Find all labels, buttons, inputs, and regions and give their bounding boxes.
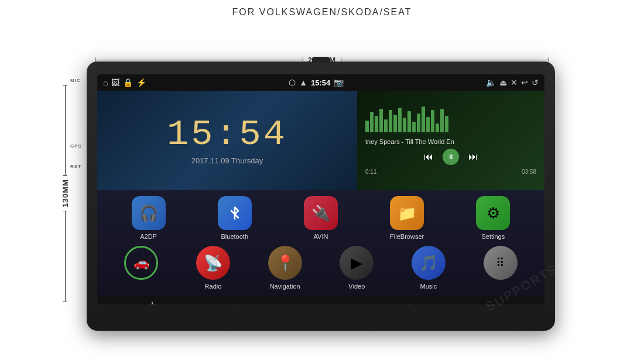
screen-bezel: ⌂ 🖼 🔒 ⚡ ⬡ ▲ 15:54 📷 🔈 ⏏ ✕ ↩ ↺ [97,74,544,304]
device-unit: MIC GPS RST ⌂ 🖼 🔒 ⚡ ⬡ ▲ 15:54 📷 [87,61,555,331]
redo-icon: ↺ [532,78,539,87]
car-icon: 🚗 [124,246,158,280]
eq-bar [403,118,406,132]
top-section: 15:54 2017.11.09 Thursday [97,91,544,190]
back-button[interactable]: ↩ [318,301,326,304]
settings-label: Settings [481,233,505,240]
a2dp-icon: 🎧 [132,196,166,230]
app-navigation[interactable]: 📍 Navigation [262,246,309,290]
eq-bar [417,114,420,132]
status-left-icons: ⌂ 🖼 🔒 ⚡ [103,78,146,87]
song-title: tney Spears - Till The World En [365,138,536,145]
gps-label: GPS [70,143,82,149]
eq-bar [426,117,430,132]
time-total: 03:58 [522,169,536,175]
status-time: 15:54 [311,78,330,87]
app-a2dp[interactable]: 🎧 A2DP [125,196,172,240]
time-elapsed: 0:11 [365,169,376,175]
image-icon: 🖼 [111,78,119,87]
app-video[interactable]: ▶ Video [333,246,380,290]
status-right-icons: 🔈 ⏏ ✕ ↩ ↺ [486,78,539,87]
eq-bar [379,109,383,132]
eq-bar [440,109,444,132]
power-button[interactable]: ⏻ [148,301,156,304]
app-row-2: 🚗 📡 Radio 📍 Navigation ▶ [105,246,536,290]
nav-bar: ⏻ △ ↩ ◀ ▶ [97,296,544,304]
rst-label: RST [70,164,81,169]
music-icon: 🎵 [412,246,446,280]
eq-bar [375,116,378,132]
back-icon: ↩ [521,78,528,87]
eq-bar [370,112,374,132]
video-icon: ▶ [340,246,374,280]
home-button[interactable]: △ [234,301,241,304]
menu-icon: ⠿ [484,246,518,280]
equalizer [365,106,536,132]
avin-label: AVIN [314,233,328,240]
app-avin[interactable]: 🔌 AVIN [297,196,344,240]
eq-bar [393,115,397,132]
eq-bar [398,108,402,132]
eq-bar [436,124,439,132]
volume-icon: 🔈 [486,78,496,87]
music-controls[interactable]: ⏮ ⏸ ⏭ [365,149,536,165]
eq-bar [384,119,388,132]
bluetooth-label: Bluetooth [221,233,248,240]
page-title: FOR VOLKSWAGEN/SKODA/SEAT [0,0,644,18]
app-row-1: 🎧 A2DP Bluetooth 🔌 [105,196,536,240]
navigation-label: Navigation [270,283,300,290]
status-center-icons: ⬡ ▲ 15:54 📷 [289,78,344,87]
music-label: Music [420,283,437,290]
prev-button[interactable]: ⏮ [424,152,433,162]
radio-label: Radio [205,283,222,290]
settings-icon: ⚙ [476,196,510,230]
video-label: Video [348,283,365,290]
avin-icon: 🔌 [304,196,338,230]
next-button[interactable]: ⏭ [468,152,478,162]
mic-label: MIC [70,78,81,83]
clock-time: 15:54 [167,116,287,153]
app-bluetooth[interactable]: Bluetooth [211,196,258,240]
navigation-icon: 📍 [268,246,302,280]
eq-bar [422,107,425,132]
device-bump [312,57,330,63]
status-bar: ⌂ 🖼 🔒 ⚡ ⬡ ▲ 15:54 📷 🔈 ⏏ ✕ ↩ ↺ [97,74,544,91]
home-icon: ⌂ [103,78,108,87]
screen-main: 15:54 2017.11.09 Thursday [97,91,544,304]
play-pause-button[interactable]: ⏸ [443,149,459,165]
screen: ⌂ 🖼 🔒 ⚡ ⬡ ▲ 15:54 📷 🔈 ⏏ ✕ ↩ ↺ [97,74,544,304]
filebrowser-icon: 📁 [390,196,424,230]
clock-widget: 15:54 2017.11.09 Thursday [97,91,357,190]
camera-icon: 📷 [334,78,344,87]
lock-icon: 🔒 [123,78,133,87]
filebrowser-label: FileBrowser [390,233,424,240]
apps-section: 🎧 A2DP Bluetooth 🔌 [97,190,544,296]
app-menu[interactable]: ⠿ [477,246,524,283]
eq-bar [445,116,448,132]
eq-bar [389,110,392,132]
usb-icon: ⚡ [136,78,146,87]
eq-bar [431,110,434,132]
prev-track-button[interactable]: ◀ [403,301,410,304]
radio-icon: 📡 [196,246,230,280]
clock-date: 2017.11.09 Thursday [191,156,263,165]
eject-icon: ⏏ [499,78,507,87]
app-music[interactable]: 🎵 Music [405,246,452,290]
dimension-height: 130MM [61,85,70,301]
app-filebrowser[interactable]: 📁 FileBrowser [383,196,430,240]
eq-bar [412,122,416,132]
music-widget: tney Spears - Till The World En ⏮ ⏸ ⏭ 0:… [357,91,544,190]
app-settings[interactable]: ⚙ Settings [470,196,516,240]
bluetooth-icon [218,196,252,230]
app-radio[interactable]: 📡 Radio [190,246,237,290]
wifi-icon: ▲ [299,78,307,87]
app-car[interactable]: 🚗 [118,246,165,283]
eq-bar [365,121,369,132]
eq-bar [407,111,411,132]
close-icon: ✕ [511,78,518,87]
a2dp-label: A2DP [140,233,157,240]
bluetooth-status-icon: ⬡ [289,78,296,87]
time-row: 0:11 03:58 [365,169,536,175]
